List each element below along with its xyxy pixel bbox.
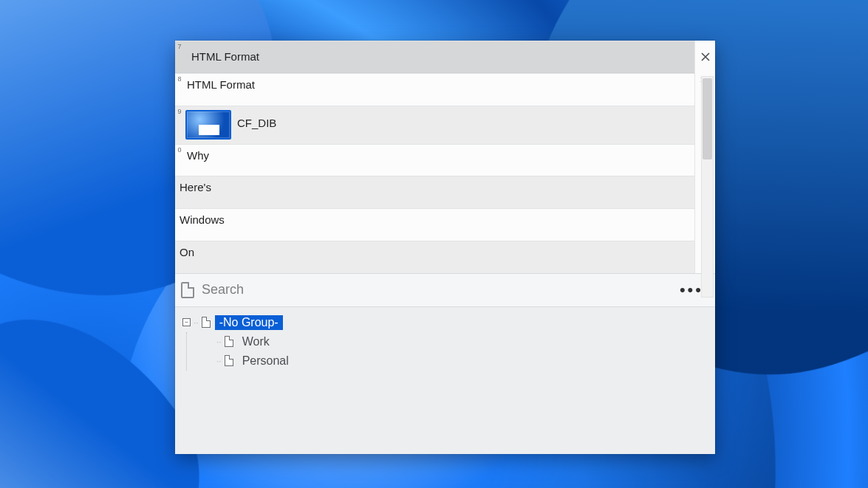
- clip-text: HTML Format: [185, 74, 261, 106]
- clip-index: 8: [177, 75, 182, 83]
- tree-node[interactable]: ·· Work: [216, 332, 708, 351]
- ditto-window: 7 HTML Format 8 HTML Format 9 CF_DIB 0 W…: [175, 41, 715, 454]
- folder-icon: [202, 317, 211, 328]
- clip-text: Here's: [178, 176, 217, 208]
- tree-connector: ··: [216, 356, 222, 366]
- clip-item[interactable]: Windows: [175, 208, 715, 241]
- clip-text: Windows: [178, 209, 230, 241]
- tree-collapse-icon[interactable]: −: [182, 318, 191, 326]
- search-input[interactable]: [202, 282, 675, 298]
- folder-icon: [225, 355, 233, 366]
- close-button[interactable]: [698, 49, 713, 64]
- scrollbar-thumb[interactable]: [703, 78, 712, 159]
- groups-tree: − ·· -No Group- ·· Work ·· Personal: [175, 307, 715, 455]
- tree-node-label: -No Group-: [215, 315, 283, 330]
- folder-icon: [225, 336, 233, 347]
- clip-text: Why: [185, 145, 215, 176]
- tree-node-root[interactable]: − ·· -No Group-: [182, 313, 708, 332]
- clip-index: 7: [177, 43, 182, 50]
- clip-item[interactable]: 0 Why: [175, 144, 715, 176]
- clip-index: 0: [177, 146, 182, 154]
- clip-list: 7 HTML Format 8 HTML Format 9 CF_DIB 0 W…: [175, 41, 715, 273]
- clip-text: CF_DIB: [236, 106, 282, 144]
- tree-node[interactable]: ·· Personal: [216, 351, 708, 371]
- clip-index: 9: [177, 108, 182, 115]
- tree-node-label: Personal: [238, 354, 293, 368]
- clip-item[interactable]: 8 HTML Format: [175, 73, 715, 106]
- clip-item[interactable]: 7 HTML Format: [175, 41, 715, 73]
- tree-connector: ··: [216, 337, 222, 347]
- scrollbar[interactable]: [701, 76, 714, 298]
- document-icon: [181, 282, 194, 298]
- clip-item[interactable]: On: [175, 241, 715, 273]
- clip-item[interactable]: 9 CF_DIB: [175, 106, 715, 144]
- tree-node-label: Work: [238, 334, 274, 349]
- clip-thumbnail: [185, 110, 231, 140]
- tree-connector: ··: [194, 317, 199, 328]
- clip-title: HTML Format: [185, 50, 265, 64]
- clip-text: On: [178, 241, 200, 273]
- clip-item[interactable]: Here's: [175, 176, 715, 208]
- search-bar: •••: [175, 273, 715, 307]
